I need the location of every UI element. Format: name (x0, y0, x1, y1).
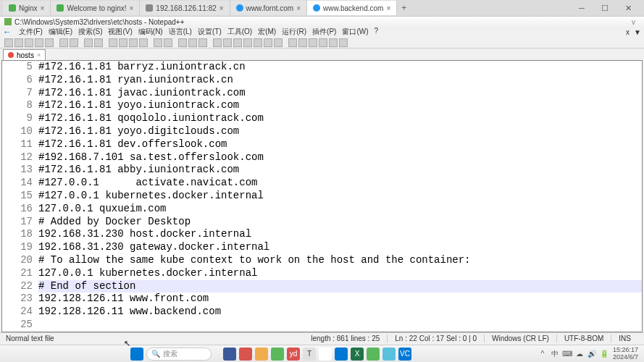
code-line[interactable]: #172.16.1.81 javac.iuniontrack.com (38, 87, 642, 100)
code-line[interactable]: #172.16.1.81 dev.offerslook.com (38, 138, 642, 151)
toolbar-button[interactable] (223, 38, 232, 47)
tray-icon[interactable]: ^ (538, 350, 547, 358)
taskbar-app-icon[interactable] (255, 348, 268, 361)
toolbar-button[interactable] (94, 38, 103, 47)
tab-close-icon[interactable]: × (130, 4, 134, 12)
tab-close-icon[interactable]: × (386, 4, 390, 12)
code-line[interactable]: # End of section (38, 280, 642, 293)
browser-tab[interactable]: www.backend.com× (307, 1, 397, 15)
toolbar-button[interactable] (154, 38, 162, 47)
taskbar-app-icon[interactable]: T (303, 348, 316, 361)
tray-icon[interactable]: 🔋 (600, 350, 609, 358)
taskbar-app-icon[interactable]: yd (287, 348, 300, 361)
code-line[interactable]: #127.0.0.1 kubernetes.docker.internal (38, 190, 642, 203)
taskbar-app-icon[interactable]: VC (398, 348, 411, 361)
maximize-button[interactable]: ☐ (598, 4, 612, 13)
toolbar-button[interactable] (319, 38, 327, 47)
new-tab-button[interactable]: + (397, 3, 411, 13)
toolbar-button[interactable] (233, 38, 242, 47)
toolbar-button[interactable] (109, 38, 117, 47)
code-line[interactable]: 192.128.126.11 www.front.com (38, 292, 642, 306)
code-area[interactable]: #172.16.1.81 barryz.iuniontrack.cn#172.1… (38, 61, 642, 332)
toolbar-button[interactable] (164, 38, 172, 47)
toolbar-button[interactable] (25, 38, 33, 47)
taskbar-app-icon[interactable]: X (351, 348, 364, 361)
menu-close-x[interactable]: x (626, 28, 630, 36)
code-line[interactable]: #172.16.1.81 ryan.iuniontrack.cn (38, 74, 642, 87)
taskbar-app-icon[interactable] (367, 348, 380, 361)
taskbar-search[interactable]: 🔍 搜索 (146, 348, 212, 361)
code-line[interactable]: #172.16.1.81 barryz.iuniontrack.cn (38, 61, 642, 74)
tab-close-icon[interactable]: × (219, 4, 224, 12)
tray-icon[interactable]: 中 (551, 350, 559, 358)
minimize-button[interactable]: ─ (574, 4, 589, 13)
code-line[interactable]: # Added by Docker Desktop (38, 216, 642, 229)
toolbar-button[interactable] (339, 38, 348, 47)
menu-close-caret[interactable]: ▼ (634, 28, 641, 36)
code-line[interactable]: #192.168.7.101 sa.test.offerslook.com (38, 151, 642, 164)
tray-icon[interactable]: ☁ (575, 350, 584, 358)
code-line[interactable]: #172.16.1.81 qoqololo.iuniontrack.com (38, 112, 642, 125)
menu-item[interactable]: 语言(L) (166, 27, 195, 37)
toolbar-button[interactable] (188, 38, 197, 47)
title-caret-icon[interactable]: v (632, 18, 640, 26)
code-line[interactable]: 127.0.0.1 kubernetes.docker.internal (38, 267, 642, 280)
tab-close-icon[interactable]: × (41, 4, 45, 12)
menu-item[interactable]: 文件(F) (16, 27, 46, 37)
code-line[interactable]: 127.0.0.1 quxueim.com (38, 203, 642, 216)
menu-item[interactable]: 窗口(W) (339, 27, 371, 37)
code-line[interactable]: 192.168.31.230 host.docker.internal (38, 228, 642, 241)
toolbar-button[interactable] (4, 38, 13, 47)
browser-tab[interactable]: Nginx× (3, 1, 51, 15)
taskbar-app-icon[interactable] (223, 348, 236, 361)
file-tab-close-icon[interactable]: × (37, 51, 41, 59)
toolbar-button[interactable] (274, 38, 283, 47)
menu-item[interactable]: 编码(N) (135, 27, 166, 37)
toolbar-button[interactable] (129, 38, 138, 47)
browser-tab[interactable]: 192.168.126.11:82× (140, 1, 230, 15)
tray-icon[interactable]: 🔊 (587, 350, 596, 358)
toolbar-button[interactable] (35, 38, 43, 47)
menu-item[interactable]: 编辑(E) (46, 27, 75, 37)
code-line[interactable]: # To allow the same kube context to work… (38, 254, 642, 267)
toolbar-button[interactable] (264, 38, 272, 47)
menu-item[interactable]: 插件(P) (309, 27, 339, 37)
taskbar-app-icon[interactable] (382, 348, 396, 361)
back-arrow-icon[interactable]: ← (3, 27, 12, 37)
code-line[interactable]: #127.0.0.1 activate.navicat.com (38, 177, 642, 190)
toolbar-button[interactable] (45, 38, 54, 47)
toolbar-button[interactable] (309, 38, 317, 47)
menu-item[interactable]: 运行(R) (279, 27, 309, 37)
tray-icon[interactable]: ⌨ (563, 350, 572, 358)
menu-item[interactable]: 设置(T) (195, 27, 225, 37)
tab-close-icon[interactable]: × (296, 4, 301, 12)
taskbar-app-icon[interactable] (335, 348, 348, 361)
toolbar-button[interactable] (288, 38, 297, 47)
code-line[interactable]: 192.168.31.230 gateway.docker.internal (38, 241, 642, 254)
editor[interactable]: 5678910111213141516171819202122232425 #1… (1, 60, 643, 332)
toolbar-button[interactable] (70, 38, 78, 47)
code-line[interactable]: #172.16.1.81 yoyo.iuniontrack.com (38, 99, 642, 112)
toolbar-button[interactable] (178, 38, 187, 47)
toolbar-button[interactable] (298, 38, 307, 47)
close-window-button[interactable]: ✕ (621, 4, 635, 13)
menu-item[interactable]: 视图(V) (105, 27, 135, 37)
code-line[interactable]: 192.128.126.11 www.backend.com (38, 306, 642, 319)
toolbar-button[interactable] (243, 38, 252, 47)
menu-item[interactable]: 工具(O) (225, 27, 255, 37)
toolbar-button[interactable] (59, 38, 68, 47)
toolbar-button[interactable] (84, 38, 93, 47)
toolbar-button[interactable] (213, 38, 222, 47)
taskbar-app-icon[interactable] (239, 348, 252, 361)
file-tab-hosts[interactable]: hosts × (3, 49, 46, 60)
browser-tab[interactable]: www.fornt.com× (230, 1, 307, 15)
taskbar-clock[interactable]: 15:26:17 2024/6/7 (613, 347, 638, 361)
toolbar-button[interactable] (254, 38, 262, 47)
menu-item[interactable]: ? (372, 27, 382, 37)
code-line[interactable] (38, 319, 642, 332)
toolbar-button[interactable] (198, 38, 207, 47)
toolbar-button[interactable] (14, 38, 23, 47)
menu-item[interactable]: 宏(M) (255, 27, 279, 37)
taskbar-app-icon[interactable] (319, 348, 332, 361)
menu-item[interactable]: 搜索(S) (75, 27, 105, 37)
